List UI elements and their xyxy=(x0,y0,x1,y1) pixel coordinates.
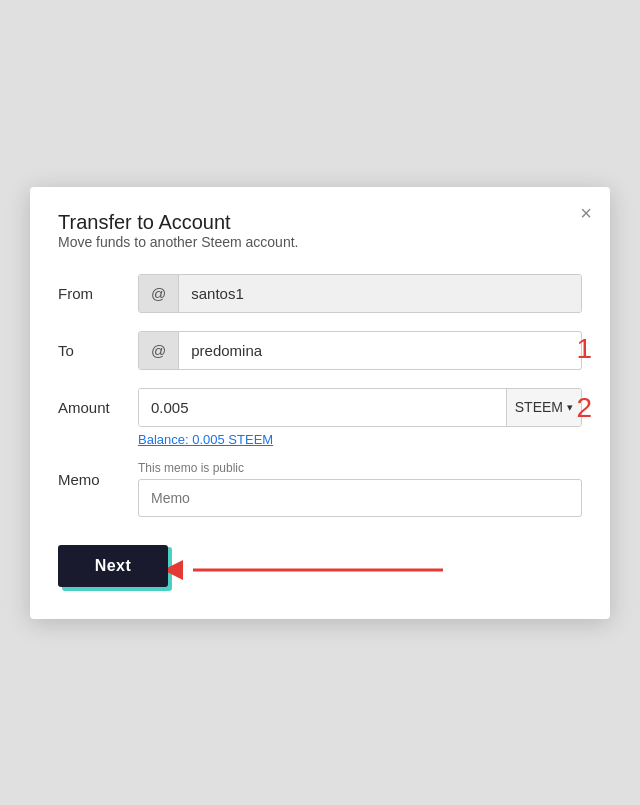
amount-input[interactable] xyxy=(139,389,506,426)
amount-label: Amount xyxy=(58,388,138,416)
from-input[interactable] xyxy=(179,275,581,312)
amount-input-group: STEEM ▾ xyxy=(138,388,582,427)
close-button[interactable]: × xyxy=(580,203,592,223)
next-button-area: Next xyxy=(58,545,168,587)
amount-row: Amount STEEM ▾ Balance: 0.005 STEEM 2 xyxy=(58,388,582,447)
memo-right: This memo is public xyxy=(138,461,582,517)
memo-input[interactable] xyxy=(138,479,582,517)
dropdown-icon: ▾ xyxy=(567,401,573,414)
to-at-symbol: @ xyxy=(139,332,179,369)
from-input-group: @ xyxy=(138,274,582,313)
amount-right: STEEM ▾ Balance: 0.005 STEEM 2 xyxy=(138,388,582,447)
dialog-subtitle: Move funds to another Steem account. xyxy=(58,234,582,250)
transfer-dialog: Transfer to Account × Move funds to anot… xyxy=(30,187,610,619)
from-at-symbol: @ xyxy=(139,275,179,312)
balance-link[interactable]: Balance: 0.005 STEEM xyxy=(138,432,582,447)
currency-select[interactable]: STEEM ▾ xyxy=(506,389,581,426)
memo-row: Memo This memo is public xyxy=(58,461,582,517)
from-row: From @ xyxy=(58,274,582,313)
currency-value: STEEM xyxy=(515,399,563,415)
to-row: To @ 1 xyxy=(58,331,582,370)
next-button[interactable]: Next xyxy=(58,545,168,587)
to-input-group: @ xyxy=(138,331,582,370)
dialog-title: Transfer to Account xyxy=(58,211,231,233)
red-arrow-annotation xyxy=(163,550,443,590)
memo-label: Memo xyxy=(58,461,138,488)
memo-public-note: This memo is public xyxy=(138,461,582,475)
to-label: To xyxy=(58,342,138,359)
from-label: From xyxy=(58,285,138,302)
to-input[interactable] xyxy=(179,332,581,369)
